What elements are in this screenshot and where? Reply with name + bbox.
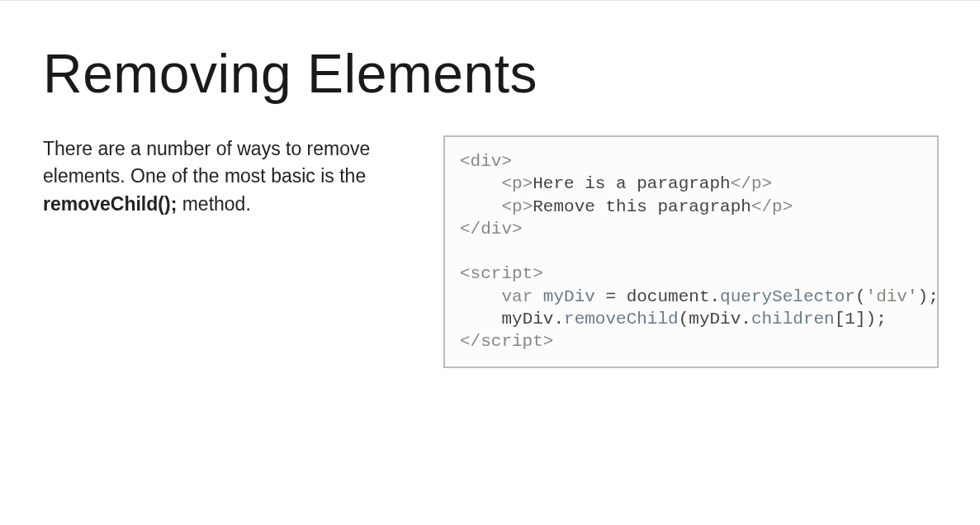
desc-before: There are a number of ways to remove ele… [43, 138, 370, 187]
code-token: = document. [595, 287, 720, 306]
code-token: </p> [731, 174, 772, 193]
code-method: querySelector [720, 287, 855, 306]
code-indent [460, 287, 501, 306]
code-indent [460, 310, 501, 329]
code-token: <p> [501, 197, 533, 216]
page-title: Removing Elements [43, 46, 939, 101]
code-token: ); [918, 287, 939, 306]
desc-bold: removeChild(); [43, 193, 177, 215]
desc-after: method. [177, 193, 251, 215]
code-token: ( [855, 287, 866, 306]
code-varname: myDiv [543, 287, 595, 306]
code-indent [460, 174, 501, 193]
code-token: [1]); [835, 310, 887, 329]
code-indent [460, 197, 501, 216]
content-row: There are a number of ways to remove ele… [43, 135, 939, 368]
code-method: children [751, 310, 835, 329]
code-token: </script> [460, 332, 553, 351]
code-token: (myDiv. [679, 310, 751, 329]
code-token: </p> [751, 197, 793, 216]
code-token: myDiv. [501, 310, 564, 329]
code-token: <script> [460, 264, 543, 283]
code-method: removeChild [564, 310, 679, 329]
code-token: <p> [501, 174, 533, 193]
code-text: Remove this paragraph [533, 197, 751, 216]
code-sp [533, 287, 543, 306]
description-text: There are a number of ways to remove ele… [43, 135, 394, 218]
code-text: Here is a paragraph [533, 174, 730, 193]
code-token: <div> [460, 152, 512, 171]
code-example: <div> <p>Here is a paragraph</p> <p>Remo… [443, 135, 939, 368]
code-token: </div> [460, 220, 523, 239]
code-string: 'div' [866, 287, 918, 306]
code-keyword: var [501, 287, 533, 306]
